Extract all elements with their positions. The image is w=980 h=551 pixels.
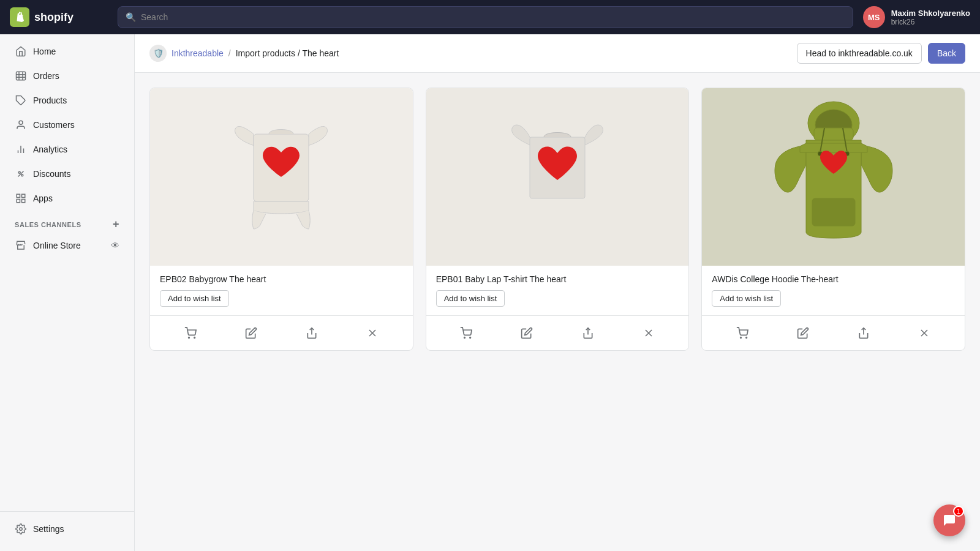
search-icon: 🔍 bbox=[126, 12, 136, 22]
svg-point-21 bbox=[464, 337, 466, 339]
sidebar-item-apps[interactable]: Apps bbox=[5, 187, 129, 210]
head-to-inkthreadable-button[interactable]: Head to inkthreadable.co.uk bbox=[797, 43, 922, 64]
online-store-visibility-icon: 👁 bbox=[111, 241, 119, 250]
breadcrumb-source[interactable]: Inkthreadable bbox=[172, 48, 224, 58]
svg-point-34 bbox=[741, 337, 742, 339]
share-button-3[interactable] bbox=[854, 323, 873, 343]
sidebar-item-online-store[interactable]: Online Store 👁 bbox=[5, 234, 129, 257]
sidebar-item-products-label: Products bbox=[33, 96, 67, 105]
search-input[interactable] bbox=[141, 12, 845, 22]
analytics-icon bbox=[15, 143, 27, 156]
avatar: MS bbox=[863, 6, 885, 28]
edit-button-2[interactable] bbox=[517, 323, 537, 343]
remove-button-2[interactable] bbox=[639, 323, 658, 343]
orders-icon bbox=[15, 70, 27, 82]
inkthreadable-icon: 🛡️ bbox=[149, 45, 167, 62]
chat-badge: 1 bbox=[953, 506, 964, 517]
product-title-3: AWDis College Hoodie The-heart bbox=[712, 274, 955, 284]
back-button[interactable]: Back bbox=[928, 43, 965, 64]
product-image-3 bbox=[702, 88, 965, 266]
shopify-logo-icon bbox=[10, 7, 29, 27]
babygrow-svg bbox=[220, 97, 342, 257]
wishlist-button-1[interactable]: Add to wish list bbox=[160, 290, 229, 307]
content-header: 🛡️ Inkthreadable / Import products / The… bbox=[135, 34, 980, 73]
product-grid: EPB02 Babygrow The heart Add to wish lis… bbox=[135, 73, 980, 365]
svg-rect-0 bbox=[17, 72, 26, 80]
product-title-1: EPB02 Babygrow The heart bbox=[160, 274, 403, 284]
share-button-2[interactable] bbox=[578, 323, 598, 343]
product-image-2 bbox=[426, 88, 689, 266]
add-channel-button[interactable]: + bbox=[113, 218, 119, 231]
svg-point-22 bbox=[470, 337, 471, 339]
product-card-3: AWDis College Hoodie The-heart Add to wi… bbox=[701, 88, 965, 351]
share-button-1[interactable] bbox=[302, 323, 322, 343]
cart-button-2[interactable] bbox=[456, 323, 476, 343]
edit-button-3[interactable] bbox=[793, 323, 813, 343]
remove-button-3[interactable] bbox=[914, 323, 934, 343]
svg-point-13 bbox=[20, 528, 23, 531]
product-info-3: AWDis College Hoodie The-heart Add to wi… bbox=[702, 266, 965, 315]
discounts-icon bbox=[15, 168, 27, 180]
customers-icon bbox=[15, 119, 27, 131]
sales-channels-header: SALES CHANNELS + bbox=[5, 211, 129, 233]
sidebar-item-settings-label: Settings bbox=[33, 524, 64, 534]
top-nav: shopify 🔍 MS Maxim Shkolyarenko brick26 bbox=[0, 0, 980, 34]
sidebar-item-customers-label: Customers bbox=[33, 120, 75, 130]
cart-button-1[interactable] bbox=[181, 323, 200, 343]
svg-point-6 bbox=[18, 171, 20, 173]
sidebar-item-analytics[interactable]: Analytics bbox=[5, 138, 129, 161]
sidebar-item-orders[interactable]: Orders bbox=[5, 64, 129, 88]
product-info-2: EPB01 Baby Lap T-shirt The heart Add to … bbox=[426, 266, 689, 315]
remove-button-1[interactable] bbox=[363, 323, 382, 343]
product-actions-2 bbox=[426, 315, 689, 350]
sidebar-item-analytics-label: Analytics bbox=[33, 144, 67, 154]
product-actions-1 bbox=[150, 315, 413, 350]
sidebar-item-settings[interactable]: Settings bbox=[5, 517, 129, 541]
apps-icon bbox=[15, 192, 27, 204]
product-title-2: EPB01 Baby Lap T-shirt The heart bbox=[436, 274, 679, 284]
breadcrumb-separator: / bbox=[228, 48, 231, 58]
sidebar-item-discounts[interactable]: Discounts bbox=[5, 162, 129, 186]
logo: shopify bbox=[10, 7, 108, 27]
svg-point-2 bbox=[19, 121, 23, 124]
svg-point-35 bbox=[746, 337, 747, 339]
wishlist-button-3[interactable]: Add to wish list bbox=[712, 290, 781, 307]
sidebar-item-products[interactable]: Products bbox=[5, 89, 129, 112]
product-image-1 bbox=[150, 88, 413, 266]
user-info: MS Maxim Shkolyarenko brick26 bbox=[863, 6, 970, 28]
home-icon bbox=[15, 45, 27, 58]
sidebar-item-home[interactable]: Home bbox=[5, 40, 129, 63]
chat-widget[interactable]: 1 bbox=[933, 504, 965, 536]
edit-button-1[interactable] bbox=[241, 323, 261, 343]
breadcrumb: 🛡️ Inkthreadable / Import products / The… bbox=[149, 45, 339, 62]
user-name: Maxim Shkolyarenko bbox=[891, 9, 970, 18]
svg-rect-12 bbox=[17, 200, 20, 203]
sidebar-item-discounts-label: Discounts bbox=[33, 169, 70, 179]
sidebar-item-apps-label: Apps bbox=[33, 193, 53, 203]
svg-rect-28 bbox=[814, 128, 853, 140]
sidebar-item-home-label: Home bbox=[33, 47, 56, 56]
app-name: shopify bbox=[34, 11, 74, 24]
svg-rect-11 bbox=[22, 200, 25, 203]
products-icon bbox=[15, 94, 27, 107]
cart-button-3[interactable] bbox=[733, 323, 752, 343]
user-handle: brick26 bbox=[891, 18, 970, 26]
product-card-2: EPB01 Baby Lap T-shirt The heart Add to … bbox=[426, 88, 690, 351]
svg-rect-10 bbox=[22, 194, 25, 197]
tshirt-svg bbox=[496, 97, 619, 257]
header-actions: Head to inkthreadable.co.uk Back bbox=[797, 43, 965, 64]
wishlist-button-2[interactable]: Add to wish list bbox=[436, 290, 505, 307]
online-store-icon bbox=[15, 239, 27, 252]
sidebar-item-online-store-label: Online Store bbox=[33, 241, 81, 250]
svg-point-16 bbox=[194, 337, 195, 339]
sidebar-item-customers[interactable]: Customers bbox=[5, 113, 129, 137]
svg-rect-29 bbox=[812, 198, 855, 226]
svg-point-15 bbox=[188, 337, 189, 339]
sidebar: Home Orders Products Customers Analytics bbox=[0, 34, 135, 551]
hoodie-svg bbox=[766, 91, 901, 263]
search-bar[interactable]: 🔍 bbox=[118, 6, 853, 28]
product-actions-3 bbox=[702, 315, 965, 350]
settings-icon bbox=[15, 523, 27, 535]
breadcrumb-path: Import products / The heart bbox=[236, 48, 339, 58]
main-content: 🛡️ Inkthreadable / Import products / The… bbox=[135, 34, 980, 551]
